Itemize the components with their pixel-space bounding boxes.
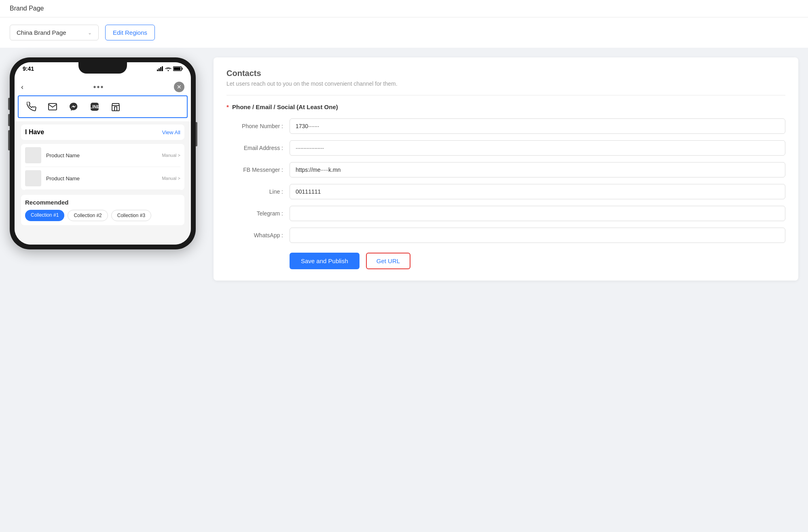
phone-bottom-fade [21, 225, 184, 241]
email-address-label: Email Address : [226, 145, 283, 151]
svg-rect-1 [159, 68, 160, 71]
phone-status-icons [157, 66, 183, 71]
telegram-input[interactable] [290, 206, 785, 221]
fb-messenger-input[interactable] [290, 162, 785, 177]
region-dropdown[interactable]: China Brand Page ⌄ [10, 25, 99, 40]
ihave-section-header: I Have View All [21, 125, 184, 140]
collection-tab-2[interactable]: Collection #2 [68, 210, 108, 221]
phone-time: 9:41 [23, 65, 34, 72]
store-contact-icon[interactable] [109, 100, 122, 113]
save-publish-button[interactable]: Save and Publish [290, 253, 360, 269]
required-asterisk: * [226, 103, 229, 110]
messenger-contact-icon[interactable] [67, 100, 80, 113]
whatsapp-input[interactable] [290, 228, 785, 243]
phone-number-row: Phone Number : [226, 118, 785, 134]
email-address-row: Email Address : [226, 140, 785, 156]
volume-button-3 [8, 130, 10, 150]
svg-rect-0 [157, 70, 158, 71]
product-item-1: Product Name Manual > [25, 144, 180, 167]
svg-rect-3 [162, 66, 163, 71]
product-thumb-1 [25, 147, 41, 163]
svg-rect-5 [182, 68, 183, 70]
phone-notch-area: 9:41 [15, 62, 191, 78]
line-input[interactable] [290, 184, 785, 199]
line-contact-icon[interactable]: LINE [88, 100, 101, 113]
svg-text:LINE: LINE [90, 104, 99, 109]
phone-notch [78, 62, 127, 74]
product-thumb-2 [25, 170, 41, 186]
breadcrumb-bar: Brand Page [0, 0, 808, 17]
phone-mockup: 9:41 [10, 57, 196, 249]
edit-regions-button[interactable]: Edit Regions [105, 25, 155, 40]
contacts-divider [226, 95, 785, 95]
phone-number-input[interactable] [290, 118, 785, 134]
line-row: Line : [226, 184, 785, 199]
volume-button-2 [8, 114, 10, 126]
contacts-subtitle: Let users reach out to you on the most c… [226, 80, 785, 87]
recommended-section: Recommended Collection #1 Collection #2 … [21, 195, 184, 225]
main-content: 9:41 [0, 51, 808, 287]
product-tag-2: Manual > [162, 176, 180, 181]
recommended-title: Recommended [25, 199, 180, 206]
whatsapp-label: WhatsApp : [226, 232, 283, 239]
back-icon[interactable]: ‹ [21, 83, 23, 91]
phone-screen: 9:41 [15, 62, 191, 245]
signal-icon [157, 66, 163, 71]
ihave-title: I Have [25, 129, 44, 136]
messenger-svg-icon [69, 102, 78, 112]
collection-tab-3[interactable]: Collection #3 [111, 210, 151, 221]
region-dropdown-label: China Brand Page [17, 29, 66, 36]
line-svg-icon: LINE [90, 102, 99, 112]
contacts-title: Contacts [226, 69, 785, 78]
telegram-row: Telegram : [226, 206, 785, 221]
more-icon[interactable]: ••• [93, 82, 104, 92]
product-list: Product Name Manual > Product Name Manua… [21, 144, 184, 190]
product-item-2: Product Name Manual > [25, 167, 180, 190]
power-button [196, 122, 197, 146]
collection-tabs: Collection #1 Collection #2 Collection #… [25, 210, 180, 221]
wifi-icon [165, 66, 171, 71]
breadcrumb-label: Brand Page [10, 5, 44, 12]
phone-content-area: I Have View All Product Name Manual > Pr… [15, 121, 191, 245]
store-svg-icon [111, 102, 121, 112]
form-actions: Save and Publish Get URL [226, 253, 785, 269]
product-name-2: Product Name [46, 175, 157, 182]
contacts-panel: Contacts Let users reach out to you on t… [214, 57, 798, 281]
chevron-down-icon: ⌄ [88, 30, 92, 36]
fb-messenger-row: FB Messenger : [226, 162, 785, 177]
close-icon-label: ✕ [177, 84, 182, 90]
battery-icon [173, 66, 183, 71]
svg-rect-2 [160, 67, 161, 71]
required-label: * Phone / Email / Social (At Least One) [226, 103, 785, 110]
phone-svg-icon [27, 102, 36, 112]
svg-rect-6 [174, 68, 181, 70]
product-tag-1: Manual > [162, 153, 180, 158]
contact-icons-bar: LINE [18, 95, 188, 118]
view-all-link[interactable]: View All [162, 129, 180, 135]
product-name-1: Product Name [46, 152, 157, 158]
email-svg-icon [48, 102, 57, 112]
fb-messenger-label: FB Messenger : [226, 167, 283, 173]
phone-top-bar: ‹ ••• ✕ [15, 78, 191, 95]
phone-contact-icon[interactable] [25, 100, 38, 113]
close-icon[interactable]: ✕ [174, 82, 184, 92]
required-label-text: Phone / Email / Social (At Least One) [232, 103, 338, 110]
region-bar: China Brand Page ⌄ Edit Regions [0, 17, 808, 48]
phone-section: 9:41 [10, 57, 204, 249]
line-label: Line : [226, 188, 283, 195]
phone-number-label: Phone Number : [226, 123, 283, 129]
get-url-button[interactable]: Get URL [366, 253, 410, 269]
collection-tab-1[interactable]: Collection #1 [25, 210, 64, 221]
email-contact-icon[interactable] [46, 100, 59, 113]
email-address-input[interactable] [290, 140, 785, 156]
volume-button-1 [8, 98, 10, 110]
telegram-label: Telegram : [226, 210, 283, 217]
whatsapp-row: WhatsApp : [226, 228, 785, 243]
